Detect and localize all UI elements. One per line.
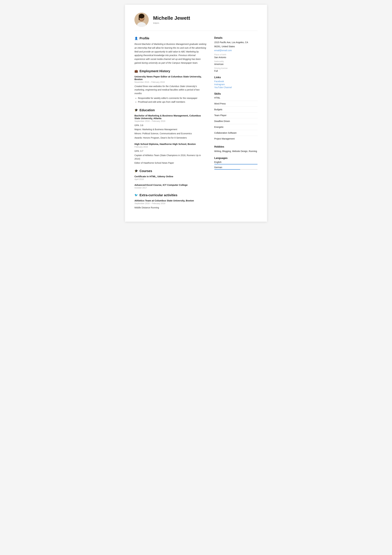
course-entry-1: Certificate in HTML, Udemy Online April … bbox=[135, 175, 207, 180]
employment-section-title: 💼 Employment History bbox=[135, 69, 207, 73]
svg-rect-5 bbox=[139, 16, 140, 20]
course-2-title: Advanced Excel Course, ICT Computer Coll… bbox=[135, 183, 207, 186]
extra-1-title: Athletics Team at Columbus State Univers… bbox=[135, 199, 207, 202]
education-entry-2: High School Diploma, Hawthorne High Scho… bbox=[135, 143, 207, 165]
link-instagram[interactable]: Instragram bbox=[214, 83, 258, 86]
language-german: German bbox=[214, 166, 258, 170]
education-entry-2-title: High School Diploma, Hawthorne High Scho… bbox=[135, 143, 207, 145]
driving-license-value: Full bbox=[214, 70, 258, 72]
employment-section: 💼 Employment History University News Pap… bbox=[135, 69, 207, 104]
skill-8: Project Management bbox=[214, 138, 258, 142]
avatar bbox=[135, 13, 149, 27]
skill-7: Collaboration Software bbox=[214, 131, 258, 136]
skill-3: Budgets bbox=[214, 108, 258, 112]
profile-text: Recent Bachelor of Marketing & Business … bbox=[135, 42, 207, 65]
language-german-bar-bg bbox=[214, 169, 258, 170]
education-entry-1: Bachelor of Marketing & Business Managem… bbox=[135, 114, 207, 140]
nationality-label: Nationality bbox=[214, 60, 258, 63]
language-english-bar-bg bbox=[214, 164, 258, 164]
svg-point-4 bbox=[139, 14, 144, 18]
links-section-title: Links bbox=[214, 76, 258, 79]
skills-section: Skills HTML Word Press Budgets Team Play… bbox=[214, 92, 258, 142]
education-section-title: 🎓 Education bbox=[135, 108, 207, 112]
course-2-date: October 2017 bbox=[135, 187, 207, 189]
languages-section-title: Languages bbox=[214, 157, 258, 160]
education-icon: 🎓 bbox=[135, 108, 138, 112]
language-german-name: German bbox=[214, 166, 258, 168]
edu-detail-1-0: GPA: 3.6 bbox=[135, 124, 207, 127]
edu-detail-2-2: Editor of Hawthorne School News Paper bbox=[135, 161, 207, 165]
courses-section: 🎓 Courses Certificate in HTML, Udemy Onl… bbox=[135, 169, 207, 189]
address-line2: 90291, United States bbox=[214, 45, 258, 48]
skill-2: Word Press bbox=[214, 102, 258, 107]
links-section: Links Facebook Instragram YouTube Channe… bbox=[214, 76, 258, 89]
candidate-title: Intern bbox=[153, 22, 190, 24]
edu-detail-1-3: Awards: Honors Program, Dean's list for … bbox=[135, 136, 207, 139]
language-german-bar-fill bbox=[214, 169, 240, 170]
employment-entry-1: University News Paper Editor at Columbus… bbox=[135, 75, 207, 104]
candidate-name: Michelle Jewett bbox=[153, 15, 190, 21]
extra-1-detail-0: Middle Distance Running bbox=[135, 206, 207, 209]
header: Michelle Jewett Intern bbox=[135, 13, 257, 31]
skill-6: Energetic bbox=[214, 126, 258, 130]
extra-1-date: September 2016 – February 2019 bbox=[135, 202, 207, 204]
extracurricular-section-title: 🐦 Extra-curricular activities bbox=[135, 193, 207, 197]
edu-detail-2-0: GPA: 3.7 bbox=[135, 149, 207, 153]
skill-1: HTML bbox=[214, 96, 258, 101]
body-layout: 👤 Profile Recent Bachelor of Marketing &… bbox=[135, 37, 257, 214]
skill-5: Deadline Driven bbox=[214, 120, 258, 124]
extra-entry-1: Athletics Team at Columbus State Univers… bbox=[135, 199, 207, 209]
employment-entry-1-date: November 2016 – February 2019 bbox=[135, 81, 207, 83]
edu-detail-1-1: Majors: Marketing & Business Management bbox=[135, 128, 207, 131]
employment-icon: 💼 bbox=[135, 69, 138, 73]
details-section: Details 1515 Pacific Ave, Los Angeles, C… bbox=[214, 37, 258, 72]
extracurricular-section: 🐦 Extra-curricular activities Athletics … bbox=[135, 193, 207, 209]
course-1-date: April 2018 bbox=[135, 178, 207, 180]
main-column: 👤 Profile Recent Bachelor of Marketing &… bbox=[135, 37, 207, 214]
course-1-title: Certificate in HTML, Udemy Online bbox=[135, 175, 207, 178]
course-entry-2: Advanced Excel Course, ICT Computer Coll… bbox=[135, 183, 207, 189]
employment-entry-1-title: University News Paper Editor at Columbus… bbox=[135, 75, 207, 80]
courses-section-title: 🎓 Courses bbox=[135, 169, 207, 173]
profile-section: 👤 Profile Recent Bachelor of Marketing &… bbox=[135, 37, 207, 65]
profile-section-title: 👤 Profile bbox=[135, 37, 207, 40]
place-of-birth-label: Place of birth bbox=[214, 53, 258, 56]
hobbies-section: Hobbies Writing, Blogging, Website Desig… bbox=[214, 145, 258, 153]
nationality-value: American bbox=[214, 63, 258, 66]
education-entry-1-title: Bachelor of Marketing & Business Managem… bbox=[135, 114, 207, 120]
language-english-name: English bbox=[214, 161, 258, 163]
driving-license-label: Driving license bbox=[214, 67, 258, 69]
hobbies-text: Writing, Blogging, Website Design, Runni… bbox=[214, 149, 258, 153]
header-info: Michelle Jewett Intern bbox=[153, 15, 190, 24]
email-link[interactable]: email@email.com bbox=[214, 49, 232, 52]
bullet-2: Proofread and edit write ups from staff … bbox=[138, 100, 207, 104]
edu-detail-1-2: Minors: Political Science, Communication… bbox=[135, 132, 207, 135]
details-section-title: Details bbox=[214, 37, 258, 39]
profile-icon: 👤 bbox=[135, 37, 138, 40]
extracurricular-icon: 🐦 bbox=[135, 193, 138, 197]
language-english-bar-fill bbox=[214, 164, 258, 164]
resume-container: Michelle Jewett Intern 👤 Profile Recent … bbox=[125, 5, 267, 222]
education-section: 🎓 Education Bachelor of Marketing & Busi… bbox=[135, 108, 207, 165]
employment-entry-1-bullets: Responsible for weekly editor's comments… bbox=[135, 96, 207, 104]
employment-entry-1-desc: Created three new websites for the Colum… bbox=[135, 85, 207, 95]
courses-icon: 🎓 bbox=[135, 169, 138, 173]
hobbies-section-title: Hobbies bbox=[214, 145, 258, 148]
place-of-birth-value: San Antonio bbox=[214, 56, 258, 58]
address-line1: 1515 Pacific Ave, Los Angeles, CA bbox=[214, 41, 258, 44]
link-youtube[interactable]: YouTube Channel bbox=[214, 86, 258, 89]
skill-4: Team Player bbox=[214, 114, 258, 118]
link-facebook[interactable]: Facebook bbox=[214, 80, 258, 83]
languages-section: Languages English German bbox=[214, 157, 258, 170]
education-entry-2-date: February 2016 bbox=[135, 146, 207, 148]
education-entry-1-date: September 2016 – February 2019 bbox=[135, 120, 207, 122]
language-english: English bbox=[214, 161, 258, 164]
skills-section-title: Skills bbox=[214, 92, 258, 95]
edu-detail-2-1: Captain of Athletics Team (State Champio… bbox=[135, 153, 207, 161]
side-column: Details 1515 Pacific Ave, Los Angeles, C… bbox=[214, 37, 258, 214]
bullet-1: Responsible for weekly editor's comments… bbox=[138, 96, 207, 100]
